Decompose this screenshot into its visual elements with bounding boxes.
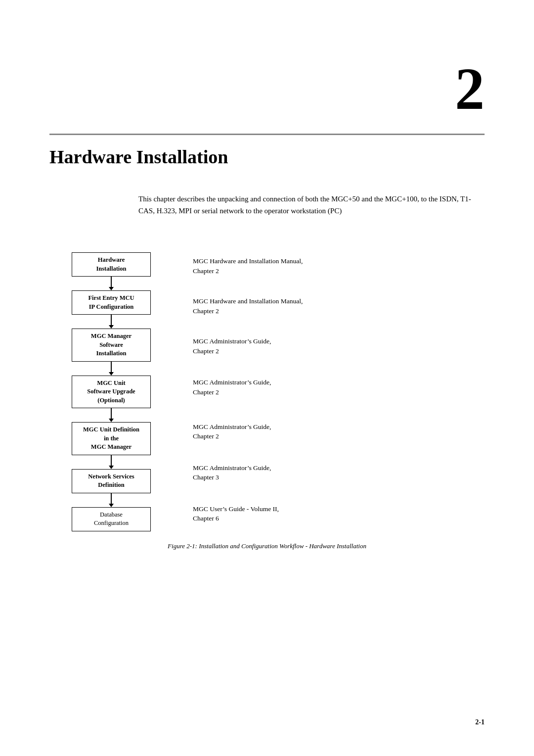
label-7: MGC User’s Guide - Volume II,Chapter 6 bbox=[193, 504, 303, 523]
page-number: 2-1 bbox=[475, 718, 485, 726]
chapter-title: Hardware Installation bbox=[49, 146, 228, 168]
chapter-number: 2 bbox=[455, 59, 485, 119]
flow-box-network-services: Network ServicesDefinition bbox=[72, 469, 151, 493]
arrow-6 bbox=[109, 493, 114, 507]
flow-box-database-config: DatabaseConfiguration bbox=[72, 507, 151, 531]
label-2: MGC Hardware and Installation Manual,Cha… bbox=[193, 296, 303, 316]
arrow-3 bbox=[109, 362, 114, 376]
arrow-4 bbox=[109, 408, 114, 422]
flow-box-mgc-unit-definition: MGC Unit Definitionin theMGC Manager bbox=[72, 422, 151, 455]
label-4: MGC Administrator’s Guide,Chapter 2 bbox=[193, 378, 303, 397]
labels-area: MGC Hardware and Installation Manual,Cha… bbox=[193, 252, 303, 523]
figure-caption: Figure 2-1: Installation and Configurati… bbox=[49, 542, 485, 550]
flow-box-mgc-manager-software: MGC ManagerSoftwareInstallation bbox=[72, 329, 151, 362]
diagram-area: HardwareInstallation First Entry MCUIP C… bbox=[49, 252, 485, 550]
flowchart: HardwareInstallation First Entry MCUIP C… bbox=[49, 252, 173, 531]
label-5: MGC Administrator’s Guide,Chapter 2 bbox=[193, 422, 303, 441]
flow-box-hardware-installation: HardwareInstallation bbox=[72, 252, 151, 277]
flow-box-first-entry-mcu: First Entry MCUIP Configuration bbox=[72, 290, 151, 315]
label-6: MGC Administrator’s Guide,Chapter 3 bbox=[193, 463, 303, 482]
flow-box-mgu-unit-software-upgrade: MGC UnitSoftware Upgrade(Optional) bbox=[72, 376, 151, 409]
chapter-rule bbox=[49, 134, 485, 135]
page-container: 2 Hardware Installation This chapter des… bbox=[0, 0, 534, 756]
intro-paragraph: This chapter describes the unpacking and… bbox=[138, 193, 485, 217]
arrow-2 bbox=[109, 315, 114, 329]
arrow-1 bbox=[109, 277, 114, 290]
label-1: MGC Hardware and Installation Manual,Cha… bbox=[193, 256, 303, 276]
arrow-5 bbox=[109, 455, 114, 469]
label-3: MGC Administrator’s Guide,Chapter 2 bbox=[193, 336, 303, 356]
